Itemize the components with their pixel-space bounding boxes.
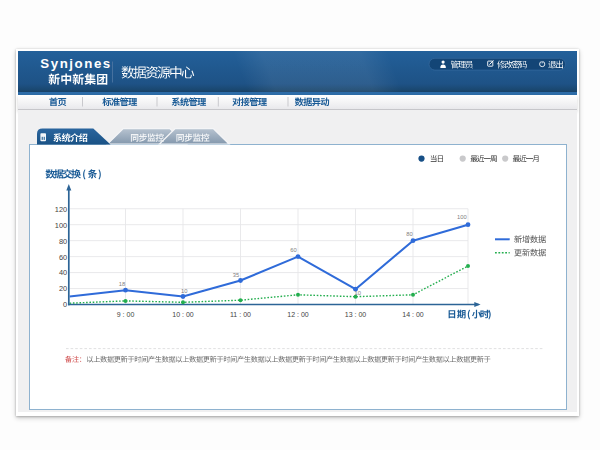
svg-text:0: 0 [63,300,67,309]
svg-text:120: 120 [55,205,67,214]
svg-text:80: 80 [406,231,412,237]
svg-text:18: 18 [119,281,125,287]
svg-text:60: 60 [290,247,296,253]
svg-text:100: 100 [457,214,467,220]
svg-text:12 : 00: 12 : 00 [287,311,309,318]
svg-text:80: 80 [59,237,67,246]
svg-text:10: 10 [355,290,361,296]
svg-text:20: 20 [59,284,67,293]
svg-text:35: 35 [233,272,239,278]
svg-text:9 : 00: 9 : 00 [117,311,135,318]
svg-text:10 : 00: 10 : 00 [172,311,194,318]
svg-text:13 : 00: 13 : 00 [345,311,367,318]
svg-text:40: 40 [59,268,67,277]
svg-text:Synjones: Synjones [40,56,112,71]
svg-text:14 : 00: 14 : 00 [402,311,424,318]
svg-text:11 : 00: 11 : 00 [230,311,251,318]
svg-text:60: 60 [59,253,67,262]
svg-text:100: 100 [55,221,67,230]
svg-text:10: 10 [181,288,187,294]
